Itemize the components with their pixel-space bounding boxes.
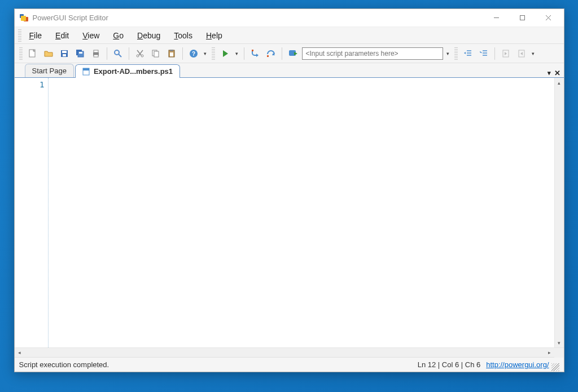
- svg-rect-4: [520, 16, 525, 20]
- svg-rect-33: [252, 50, 253, 51]
- toolbar-sep-1: [107, 47, 107, 60]
- bookmark-prev-button[interactable]: [499, 47, 513, 60]
- vertical-scrollbar[interactable]: ▴ ▾: [554, 78, 564, 347]
- svg-text:?: ?: [191, 51, 195, 57]
- svg-rect-27: [170, 50, 173, 51]
- svg-marker-46: [505, 52, 507, 55]
- line-gutter: 1: [15, 78, 49, 347]
- svg-marker-48: [520, 52, 523, 55]
- toolbar-sep-3: [182, 47, 183, 60]
- tab-start-label: Start Page: [32, 67, 67, 75]
- toolbar-sep-2: [129, 47, 129, 60]
- script-params-input[interactable]: [302, 47, 443, 60]
- svg-rect-17: [94, 55, 98, 57]
- help-dropdown-arrow[interactable]: ▾: [203, 51, 208, 56]
- svg-rect-10: [62, 51, 67, 53]
- search-button[interactable]: [111, 47, 125, 60]
- tab-start-page[interactable]: Start Page: [25, 64, 74, 77]
- paste-button[interactable]: [165, 47, 178, 60]
- scroll-up-icon[interactable]: ▴: [555, 78, 564, 87]
- svg-rect-25: [154, 51, 159, 57]
- save-all-button[interactable]: [73, 47, 87, 60]
- resize-grip-icon[interactable]: [551, 363, 559, 371]
- bookmark-next-button[interactable]: [515, 47, 528, 60]
- toolbar-sep-4: [244, 47, 244, 60]
- svg-point-18: [115, 50, 119, 55]
- svg-marker-31: [223, 50, 228, 57]
- svg-line-19: [119, 54, 121, 57]
- tab-controls: ▾ ✕: [548, 69, 564, 77]
- editor-wrap: 1 ▴ ▾ ◂ ▸: [15, 78, 564, 357]
- menu-tools[interactable]: Tools: [167, 29, 199, 42]
- run-button[interactable]: [218, 47, 232, 60]
- cut-button[interactable]: [133, 47, 147, 60]
- titlebar: PowerGUI Script Editor: [15, 9, 564, 27]
- menu-view[interactable]: View: [76, 29, 106, 42]
- svg-point-22: [137, 55, 139, 57]
- menu-file[interactable]: File: [23, 29, 49, 42]
- tabbar: Start Page Export-AD...mbers.ps1 ▾ ✕: [15, 63, 564, 78]
- svg-marker-41: [464, 52, 466, 54]
- horizontal-scrollbar[interactable]: ◂ ▸: [15, 347, 564, 357]
- toolbar-sep-5: [282, 47, 282, 60]
- svg-rect-50: [83, 68, 89, 71]
- print-button[interactable]: [89, 47, 103, 60]
- menu-debug[interactable]: Debug: [130, 29, 167, 42]
- outdent-button[interactable]: [461, 47, 475, 60]
- statusbar: Script execution completed. Ln 12 | Col …: [15, 357, 564, 372]
- tab-list-dropdown-icon[interactable]: ▾: [548, 69, 551, 77]
- tab-close-icon[interactable]: ✕: [554, 69, 561, 77]
- scroll-left-icon[interactable]: ◂: [15, 348, 24, 358]
- close-button[interactable]: [536, 10, 562, 26]
- svg-rect-28: [170, 52, 173, 56]
- toolbar-grip-3[interactable]: [454, 47, 458, 60]
- params-dropdown-arrow[interactable]: ▾: [445, 51, 451, 56]
- svg-rect-11: [63, 54, 66, 56]
- step-over-button[interactable]: [264, 47, 278, 60]
- status-link[interactable]: http://powergui.org/: [486, 360, 549, 369]
- app-window: PowerGUI Script Editor File Edit View Go…: [14, 8, 564, 372]
- minimize-button[interactable]: [484, 10, 510, 26]
- svg-rect-35: [267, 55, 269, 57]
- run-external-button[interactable]: [286, 47, 300, 60]
- menu-edit[interactable]: Edit: [49, 29, 76, 42]
- bookmark-dropdown-arrow[interactable]: ▾: [531, 51, 536, 56]
- code-area[interactable]: [49, 78, 554, 347]
- status-position: Ln 12 | Col 6 | Ch 6: [418, 360, 481, 369]
- menubar: File Edit View Go Debug Tools Help: [15, 27, 564, 44]
- toolbar-sep-6: [494, 47, 495, 60]
- toolbar-grip-2[interactable]: [212, 47, 215, 60]
- step-into-button[interactable]: [248, 47, 262, 60]
- tab-file-1[interactable]: Export-AD...mbers.ps1: [75, 64, 180, 78]
- svg-rect-14: [79, 52, 82, 54]
- scroll-corner: [554, 348, 564, 358]
- svg-point-23: [141, 55, 143, 57]
- toolbar-grip-1[interactable]: [19, 47, 23, 60]
- save-button[interactable]: [58, 47, 71, 60]
- copy-button[interactable]: [149, 47, 163, 60]
- scroll-right-icon[interactable]: ▸: [545, 348, 554, 358]
- run-dropdown-arrow[interactable]: ▾: [234, 51, 240, 56]
- new-file-button[interactable]: [26, 47, 40, 60]
- window-controls: [484, 10, 562, 26]
- app-icon: [19, 13, 29, 23]
- scroll-down-icon[interactable]: ▾: [555, 338, 564, 347]
- line-number-1: 1: [15, 80, 45, 89]
- editor: 1 ▴ ▾: [15, 78, 564, 347]
- help-button[interactable]: ?: [187, 47, 200, 60]
- tab-file-1-label: Export-AD...mbers.ps1: [94, 67, 173, 76]
- ps1-file-icon: [82, 68, 90, 76]
- svg-marker-32: [256, 54, 259, 57]
- menubar-grip[interactable]: [18, 29, 21, 42]
- svg-rect-16: [94, 50, 98, 52]
- app-title: PowerGUI Script Editor: [33, 14, 484, 22]
- svg-rect-2: [21, 16, 26, 21]
- open-file-button[interactable]: [42, 47, 55, 60]
- maximize-button[interactable]: [510, 10, 536, 26]
- menu-help[interactable]: Help: [199, 29, 229, 42]
- menu-go[interactable]: Go: [106, 29, 130, 42]
- indent-button[interactable]: [477, 47, 491, 60]
- status-message: Script execution completed.: [19, 360, 418, 369]
- toolbar: ? ▾ ▾ ▾ ▾: [15, 44, 564, 63]
